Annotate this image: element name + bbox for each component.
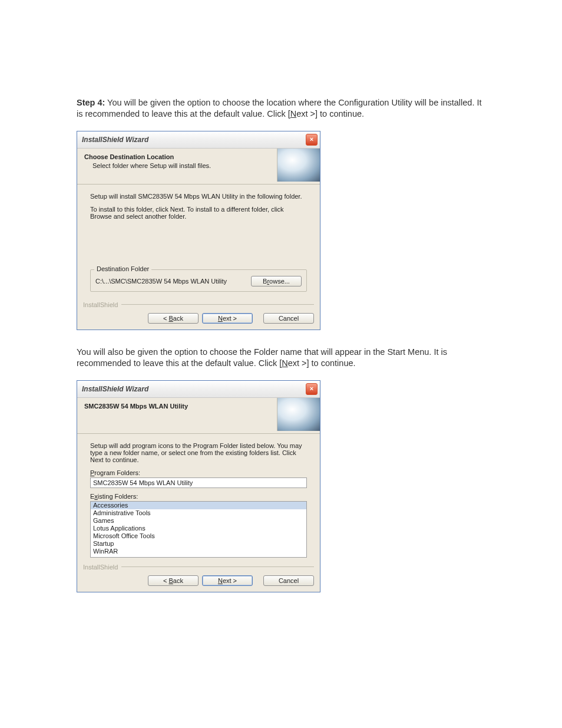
brand-row: InstallShield xyxy=(77,301,320,308)
step-label: Step 4: xyxy=(77,98,105,107)
titlebar: InstallShield Wizard × xyxy=(77,381,320,398)
close-icon[interactable]: × xyxy=(306,134,318,146)
next-button[interactable]: Next > xyxy=(202,313,253,324)
destination-folder-path: C:\...\SMC\SMC2835W 54 Mbps WLAN Utility xyxy=(95,278,251,285)
close-icon[interactable]: × xyxy=(306,383,318,395)
next-button[interactable]: Next > xyxy=(202,575,253,586)
list-item[interactable]: WinRAR xyxy=(91,548,306,555)
installshield-dialog-destination: InstallShield Wizard × Choose Destinatio… xyxy=(77,131,320,330)
body-line-1: Setup will install SMC2835W 54 Mbps WLAN… xyxy=(90,193,307,200)
body-line-1: Setup will add program icons to the Prog… xyxy=(90,442,307,463)
dialog-header: SMC2835W 54 Mbps WLAN Utility xyxy=(77,398,320,434)
existing-folders-label: Existing Folders: xyxy=(90,493,307,500)
brand-label: InstallShield xyxy=(83,564,118,571)
list-item[interactable]: Microsoft Office Tools xyxy=(91,532,306,540)
brand-label: InstallShield xyxy=(83,301,118,308)
header-graphic xyxy=(277,149,320,182)
back-button[interactable]: < Back xyxy=(148,313,199,324)
back-button[interactable]: < Back xyxy=(148,575,199,586)
program-folders-label: Program Folders: xyxy=(90,469,307,476)
button-row: < Back Next > Cancel xyxy=(77,571,320,592)
cancel-button[interactable]: Cancel xyxy=(263,313,314,324)
window-title: InstallShield Wizard xyxy=(82,136,148,144)
fieldset-legend: Destination Folder xyxy=(94,265,151,272)
dialog-body: Setup will install SMC2835W 54 Mbps WLAN… xyxy=(77,185,320,301)
list-item[interactable]: Startup xyxy=(91,540,306,548)
program-folder-input[interactable] xyxy=(90,477,307,488)
window-title: InstallShield Wizard xyxy=(82,385,148,393)
browse-button[interactable]: Browse... xyxy=(251,276,302,286)
dialog-header: Choose Destination Location Select folde… xyxy=(77,149,320,185)
titlebar: InstallShield Wizard × xyxy=(77,131,320,149)
list-item[interactable]: Lotus Applications xyxy=(91,525,306,532)
list-item[interactable]: Administrative Tools xyxy=(91,509,306,517)
brand-row: InstallShield xyxy=(77,564,320,571)
list-item[interactable]: Accessories xyxy=(91,502,306,509)
list-item[interactable]: Games xyxy=(91,517,306,525)
dialog-body: Setup will add program icons to the Prog… xyxy=(77,434,320,564)
destination-folder-fieldset: Destination Folder C:\...\SMC\SMC2835W 5… xyxy=(90,269,307,292)
installshield-dialog-program-folder: InstallShield Wizard × SMC2835W 54 Mbps … xyxy=(77,380,320,592)
body-line-2: To install to this folder, click Next. T… xyxy=(90,206,307,220)
header-graphic xyxy=(277,398,320,431)
instruction-text-1: Step 4: You will be given the option to … xyxy=(77,97,485,120)
cancel-button[interactable]: Cancel xyxy=(263,575,314,586)
button-row: < Back Next > Cancel xyxy=(77,308,320,330)
existing-folders-listbox[interactable]: Accessories Administrative Tools Games L… xyxy=(90,501,307,558)
instruction-text-2: You will also be given the option to cho… xyxy=(77,347,485,370)
